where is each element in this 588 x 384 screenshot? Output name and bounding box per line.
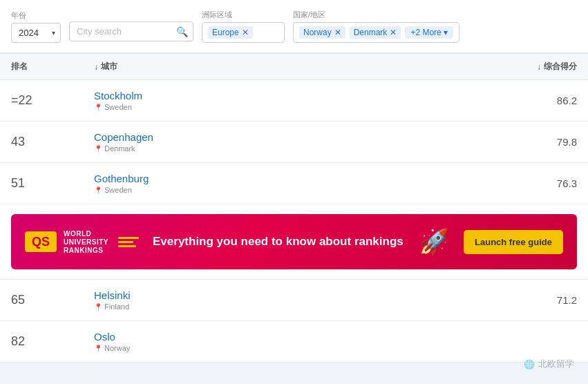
score-sort-arrow-icon: ↓: [537, 62, 541, 72]
city-search-label: [69, 11, 193, 19]
qs-line-3: [118, 245, 136, 247]
qs-line-2: [118, 241, 133, 243]
location-icon: 📍: [94, 145, 102, 153]
region-tag-close-button[interactable]: ✕: [242, 28, 249, 37]
qs-logo: QS: [25, 231, 57, 252]
location-icon: 📍: [94, 345, 102, 352]
city-country-label: Finland: [104, 303, 129, 311]
city-name-link[interactable]: Copenhagen: [94, 131, 466, 143]
city-search-group: 🔍: [69, 11, 193, 41]
qs-logo-area: QS WORLD UNIVERSITY RANKINGS: [25, 230, 139, 254]
region-label: 洲际区域: [202, 10, 285, 20]
filter-bar: 年份 2024 2023 2022 2021 ▾ 🔍 洲际区域: [0, 0, 588, 53]
location-icon: 📍: [94, 303, 102, 311]
city-column-header[interactable]: ↓ 城市: [94, 61, 466, 73]
qs-university-label: UNIVERSITY: [64, 238, 108, 246]
qs-world-label: WORLD: [64, 230, 108, 238]
city-cell: Helsinki 📍 Finland: [94, 289, 466, 311]
ad-main-text: Everything you need to know about rankin…: [153, 234, 405, 249]
ad-banner: QS WORLD UNIVERSITY RANKINGS Everything …: [11, 214, 577, 269]
main-container: 年份 2024 2023 2022 2021 ▾ 🔍 洲际区域: [0, 0, 588, 363]
qs-line-1: [118, 237, 139, 239]
city-header-label: 城市: [101, 61, 117, 73]
table-row: 82 Oslo 📍 Norway: [0, 321, 588, 363]
qs-rankings-label: RANKINGS: [64, 247, 108, 254]
more-countries-arrow-icon: ▾: [444, 28, 448, 37]
rank-cell: =22: [11, 93, 94, 108]
city-name-link[interactable]: Helsinki: [94, 289, 466, 301]
region-tag-label: Europe: [212, 28, 239, 37]
watermark-icon: 🌐: [524, 359, 535, 363]
city-search-input[interactable]: [69, 21, 193, 41]
rank-header-label: 排名: [11, 61, 28, 73]
city-country: 📍 Sweden: [94, 103, 466, 111]
country-filter-wrap: Norway ✕ Denmark ✕ +2 More ▾: [293, 22, 459, 43]
more-countries-button[interactable]: +2 More ▾: [405, 26, 453, 39]
score-cell: 71.2: [466, 294, 577, 306]
city-sort-arrow-icon: ↓: [94, 62, 98, 72]
country-denmark-close-button[interactable]: ✕: [390, 28, 397, 37]
country-norway-label: Norway: [303, 28, 332, 37]
table-body: =22 Stockholm 📍 Sweden 86.2 43 Copenhage…: [0, 80, 588, 363]
year-select-wrap: 2024 2023 2022 2021 ▾: [11, 23, 61, 43]
rank-cell: 43: [11, 135, 94, 149]
city-country-label: Norway: [104, 344, 130, 352]
country-norway-close-button[interactable]: ✕: [334, 28, 341, 37]
city-search-wrap: 🔍: [69, 21, 193, 41]
table-row: =22 Stockholm 📍 Sweden 86.2: [0, 80, 588, 122]
country-label: 国家/地区: [293, 10, 459, 20]
table-header: 排名 ↓ 城市 ↓ 综合得分: [0, 53, 588, 80]
city-name-link[interactable]: Stockholm: [94, 90, 466, 102]
city-cell: Stockholm 📍 Sweden: [94, 90, 466, 111]
country-tag-norway: Norway ✕: [299, 26, 345, 39]
year-select[interactable]: 2024 2023 2022 2021: [11, 23, 61, 43]
city-country-label: Sweden: [104, 103, 132, 111]
region-tag: Europe ✕: [208, 26, 253, 39]
year-filter-group: 年份 2024 2023 2022 2021 ▾: [11, 10, 61, 43]
country-denmark-label: Denmark: [354, 28, 388, 37]
ad-banner-row: QS WORLD UNIVERSITY RANKINGS Everything …: [0, 204, 588, 280]
city-name-link[interactable]: Oslo: [94, 331, 466, 343]
table-row: 51 Gothenburg 📍 Sweden 76.3: [0, 163, 588, 204]
score-cell: 86.2: [466, 95, 577, 106]
rank-column-header: 排名: [11, 61, 94, 73]
qs-text-area: WORLD UNIVERSITY RANKINGS: [64, 230, 108, 254]
location-icon: 📍: [94, 186, 102, 194]
city-country-label: Sweden: [104, 186, 132, 194]
rank-cell: 51: [11, 176, 94, 191]
city-country-label: Denmark: [104, 144, 135, 153]
watermark-text: 北欧留学: [538, 358, 574, 363]
table-row: 43 Copenhagen 📍 Denmark 79.8: [0, 122, 588, 163]
city-country: 📍 Sweden: [94, 186, 466, 194]
city-cell: Copenhagen 📍 Denmark: [94, 131, 466, 153]
qs-decoration-lines: [118, 237, 139, 247]
city-cell: Gothenburg 📍 Sweden: [94, 173, 466, 194]
table-row: 65 Helsinki 📍 Finland 71.2: [0, 280, 588, 321]
city-cell: Oslo 📍 Norway: [94, 331, 466, 352]
country-filter-group: 国家/地区 Norway ✕ Denmark ✕ +2 More ▾: [293, 10, 459, 43]
city-name-link[interactable]: Gothenburg: [94, 173, 466, 184]
country-tag-denmark: Denmark ✕: [350, 26, 401, 39]
city-country: 📍 Finland: [94, 303, 466, 311]
rank-cell: 82: [11, 334, 94, 349]
city-country: 📍 Norway: [94, 344, 466, 352]
rank-cell: 65: [11, 293, 94, 307]
watermark: 🌐 北欧留学: [524, 358, 574, 363]
region-filter-group: 洲际区域 Europe ✕: [202, 10, 285, 43]
rocket-icon: 🚀: [419, 227, 450, 256]
score-column-header[interactable]: ↓ 综合得分: [466, 61, 577, 73]
location-icon: 📍: [94, 104, 102, 111]
ad-launch-button[interactable]: Launch free guide: [464, 230, 563, 254]
score-cell: 76.3: [466, 177, 577, 189]
more-countries-label: +2 More: [410, 28, 441, 37]
year-label: 年份: [11, 10, 61, 21]
score-header-label: 综合得分: [544, 61, 577, 73]
region-tag-wrap: Europe ✕: [202, 22, 285, 43]
score-cell: 79.8: [466, 136, 577, 148]
city-country: 📍 Denmark: [94, 144, 466, 153]
